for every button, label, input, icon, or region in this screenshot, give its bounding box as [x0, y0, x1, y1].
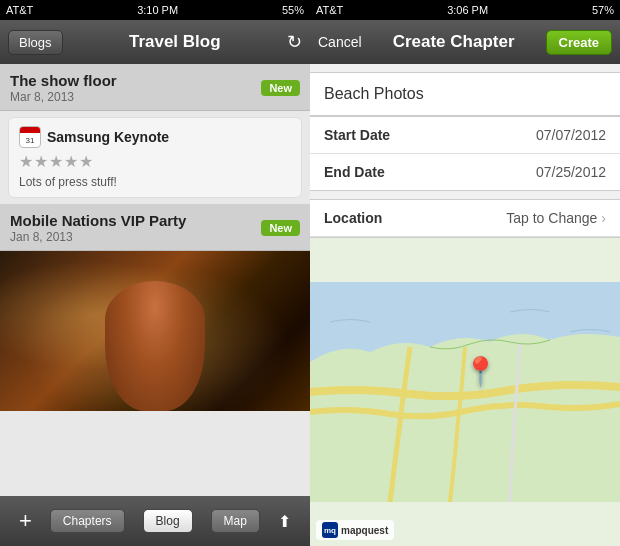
mapquest-label: mapquest: [341, 525, 388, 536]
map-svg: [310, 238, 620, 546]
list-item-info-2: Mobile Nations VIP Party Jan 8, 2013: [10, 212, 186, 244]
mapquest-badge: mq mapquest: [316, 520, 394, 540]
list-item-header-2: Mobile Nations VIP Party Jan 8, 2013 New: [0, 204, 310, 251]
list-item-photo: [0, 251, 310, 411]
share-button[interactable]: ⬆: [278, 512, 291, 531]
carrier-left: AT&T: [6, 4, 33, 16]
list-item-date-2: Jan 8, 2013: [10, 230, 186, 244]
time-right: 3:06 PM: [447, 4, 488, 16]
list-item-title-2: Mobile Nations VIP Party: [10, 212, 186, 229]
nav-bar-left: Blogs Travel Blog ↻: [0, 20, 310, 64]
location-value: Tap to Change ›: [506, 210, 606, 226]
mapquest-logo-icon: mq: [322, 522, 338, 538]
battery-left: 55%: [282, 4, 304, 16]
chapters-tab[interactable]: Chapters: [50, 509, 125, 533]
create-button[interactable]: Create: [546, 30, 612, 55]
end-date-value: 07/25/2012: [536, 164, 606, 180]
new-badge: New: [261, 80, 300, 96]
refresh-button[interactable]: ↻: [287, 31, 302, 53]
end-date-row[interactable]: End Date 07/25/2012: [310, 154, 620, 190]
nav-title-left: Travel Blog: [129, 32, 221, 52]
status-bar-left: AT&T 3:10 PM 55%: [0, 0, 310, 20]
nav-title-right: Create Chapter: [393, 32, 515, 52]
start-date-value: 07/07/2012: [536, 127, 606, 143]
right-panel: AT&T 3:06 PM 57% Cancel Create Chapter C…: [310, 0, 620, 546]
left-panel: AT&T 3:10 PM 55% Blogs Travel Blog ↻ The…: [0, 0, 310, 546]
start-date-label: Start Date: [324, 127, 390, 143]
sub-card-title: Samsung Keynote: [47, 129, 169, 145]
content-list: The show floor Mar 8, 2013 New 31 Samsun…: [0, 64, 310, 496]
calendar-icon: 31: [19, 126, 41, 148]
sub-card[interactable]: 31 Samsung Keynote ★★★★★ Lots of press s…: [8, 117, 302, 198]
date-form-rows: Start Date 07/07/2012 End Date 07/25/201…: [310, 116, 620, 191]
nav-bar-right: Cancel Create Chapter Create: [310, 20, 620, 64]
blog-tab[interactable]: Blog: [143, 509, 193, 533]
battery-right: 57%: [592, 4, 614, 16]
chapter-title-input[interactable]: [310, 73, 620, 115]
time-left: 3:10 PM: [137, 4, 178, 16]
location-section: Location Tap to Change ›: [310, 199, 620, 238]
chevron-right-icon: ›: [601, 210, 606, 226]
list-item-title: The show floor: [10, 72, 117, 89]
mq-logo-text: mq: [324, 526, 336, 535]
add-button[interactable]: +: [19, 508, 32, 534]
map-tab[interactable]: Map: [211, 509, 260, 533]
start-date-row[interactable]: Start Date 07/07/2012: [310, 117, 620, 154]
list-item[interactable]: The show floor Mar 8, 2013 New 31 Samsun…: [0, 64, 310, 198]
cancel-button[interactable]: Cancel: [318, 34, 362, 50]
sub-card-header: 31 Samsung Keynote: [19, 126, 291, 148]
bottom-toolbar: + Chapters Blog Map ⬆: [0, 496, 310, 546]
list-item-info: The show floor Mar 8, 2013: [10, 72, 117, 104]
new-badge-2: New: [261, 220, 300, 236]
sub-card-desc: Lots of press stuff!: [19, 175, 291, 189]
list-item-date: Mar 8, 2013: [10, 90, 117, 104]
map-pin: 📍: [463, 355, 498, 388]
status-bar-right: AT&T 3:06 PM 57%: [310, 0, 620, 20]
end-date-label: End Date: [324, 164, 385, 180]
location-row[interactable]: Location Tap to Change ›: [310, 200, 620, 237]
stars: ★★★★★: [19, 152, 291, 171]
carrier-right: AT&T: [316, 4, 343, 16]
location-label: Location: [324, 210, 382, 226]
blogs-button[interactable]: Blogs: [8, 30, 63, 55]
chapter-title-section: [310, 72, 620, 116]
list-item[interactable]: Mobile Nations VIP Party Jan 8, 2013 New: [0, 204, 310, 411]
list-item-header: The show floor Mar 8, 2013 New: [0, 64, 310, 111]
map-container[interactable]: 📍 mq mapquest: [310, 238, 620, 546]
tap-to-change-text: Tap to Change: [506, 210, 597, 226]
